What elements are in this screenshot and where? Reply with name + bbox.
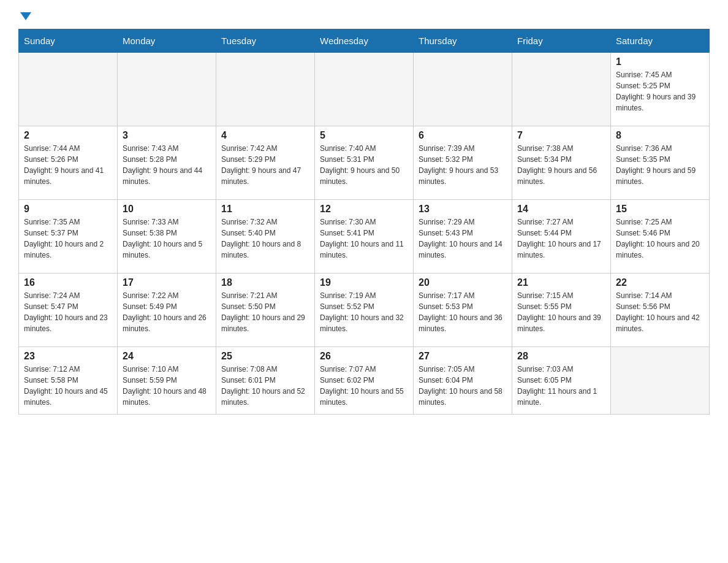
day-info: Sunrise: 7:32 AM Sunset: 5:40 PM Dayligh…	[221, 216, 309, 261]
calendar-week-row: 9Sunrise: 7:35 AM Sunset: 5:37 PM Daylig…	[19, 200, 710, 274]
logo-general-text	[18, 12, 31, 21]
day-info: Sunrise: 7:27 AM Sunset: 5:44 PM Dayligh…	[517, 216, 605, 261]
calendar-cell: 15Sunrise: 7:25 AM Sunset: 5:46 PM Dayli…	[611, 200, 710, 274]
day-info: Sunrise: 7:24 AM Sunset: 5:47 PM Dayligh…	[24, 290, 112, 334]
day-info: Sunrise: 7:21 AM Sunset: 5:50 PM Dayligh…	[221, 290, 309, 334]
day-info: Sunrise: 7:03 AM Sunset: 6:05 PM Dayligh…	[517, 364, 605, 408]
calendar-cell: 10Sunrise: 7:33 AM Sunset: 5:38 PM Dayli…	[118, 200, 216, 274]
calendar-cell: 28Sunrise: 7:03 AM Sunset: 6:05 PM Dayli…	[512, 347, 611, 415]
logo-arrow-icon	[20, 12, 31, 20]
calendar-cell: 3Sunrise: 7:43 AM Sunset: 5:28 PM Daylig…	[118, 126, 216, 200]
day-number: 12	[320, 204, 408, 215]
day-number: 15	[616, 204, 704, 215]
day-number: 14	[517, 204, 605, 215]
day-number: 20	[419, 277, 507, 288]
calendar-cell: 11Sunrise: 7:32 AM Sunset: 5:40 PM Dayli…	[216, 200, 315, 274]
calendar-table: SundayMondayTuesdayWednesdayThursdayFrid…	[18, 29, 710, 415]
weekday-header-row: SundayMondayTuesdayWednesdayThursdayFrid…	[19, 29, 710, 53]
calendar-cell	[611, 347, 710, 415]
calendar-cell: 13Sunrise: 7:29 AM Sunset: 5:43 PM Dayli…	[414, 200, 512, 274]
calendar-cell: 20Sunrise: 7:17 AM Sunset: 5:53 PM Dayli…	[414, 274, 512, 347]
weekday-header-sunday: Sunday	[19, 29, 118, 53]
day-number: 1	[616, 56, 704, 67]
weekday-header-friday: Friday	[512, 29, 611, 53]
day-number: 19	[320, 277, 408, 288]
day-info: Sunrise: 7:22 AM Sunset: 5:49 PM Dayligh…	[123, 290, 211, 334]
day-info: Sunrise: 7:33 AM Sunset: 5:38 PM Dayligh…	[123, 216, 211, 261]
day-number: 21	[517, 277, 605, 288]
calendar-cell: 14Sunrise: 7:27 AM Sunset: 5:44 PM Dayli…	[512, 200, 611, 274]
day-info: Sunrise: 7:43 AM Sunset: 5:28 PM Dayligh…	[123, 143, 211, 187]
day-info: Sunrise: 7:39 AM Sunset: 5:32 PM Dayligh…	[419, 143, 507, 187]
day-number: 17	[123, 277, 211, 288]
day-info: Sunrise: 7:25 AM Sunset: 5:46 PM Dayligh…	[616, 216, 704, 261]
day-number: 7	[517, 130, 605, 141]
weekday-header-wednesday: Wednesday	[315, 29, 414, 53]
day-number: 26	[320, 351, 408, 362]
calendar-cell: 18Sunrise: 7:21 AM Sunset: 5:50 PM Dayli…	[216, 274, 315, 347]
calendar-cell	[512, 53, 611, 126]
calendar-cell: 12Sunrise: 7:30 AM Sunset: 5:41 PM Dayli…	[315, 200, 414, 274]
day-number: 23	[24, 351, 112, 362]
calendar-cell	[216, 53, 315, 126]
calendar-cell: 9Sunrise: 7:35 AM Sunset: 5:37 PM Daylig…	[19, 200, 118, 274]
weekday-header-tuesday: Tuesday	[216, 29, 315, 53]
day-number: 11	[221, 204, 309, 215]
page-header	[18, 12, 710, 21]
day-info: Sunrise: 7:17 AM Sunset: 5:53 PM Dayligh…	[419, 290, 507, 334]
day-info: Sunrise: 7:05 AM Sunset: 6:04 PM Dayligh…	[419, 364, 507, 408]
calendar-week-row: 16Sunrise: 7:24 AM Sunset: 5:47 PM Dayli…	[19, 274, 710, 347]
calendar-week-row: 23Sunrise: 7:12 AM Sunset: 5:58 PM Dayli…	[19, 347, 710, 415]
day-info: Sunrise: 7:07 AM Sunset: 6:02 PM Dayligh…	[320, 364, 408, 408]
day-number: 16	[24, 277, 112, 288]
day-number: 24	[123, 351, 211, 362]
calendar-cell: 16Sunrise: 7:24 AM Sunset: 5:47 PM Dayli…	[19, 274, 118, 347]
day-info: Sunrise: 7:15 AM Sunset: 5:55 PM Dayligh…	[517, 290, 605, 334]
calendar-cell: 27Sunrise: 7:05 AM Sunset: 6:04 PM Dayli…	[414, 347, 512, 415]
day-info: Sunrise: 7:38 AM Sunset: 5:34 PM Dayligh…	[517, 143, 605, 187]
weekday-header-monday: Monday	[118, 29, 216, 53]
day-number: 22	[616, 277, 704, 288]
calendar-cell: 5Sunrise: 7:40 AM Sunset: 5:31 PM Daylig…	[315, 126, 414, 200]
calendar-cell	[19, 53, 118, 126]
calendar-cell: 22Sunrise: 7:14 AM Sunset: 5:56 PM Dayli…	[611, 274, 710, 347]
calendar-cell: 21Sunrise: 7:15 AM Sunset: 5:55 PM Dayli…	[512, 274, 611, 347]
calendar-cell: 8Sunrise: 7:36 AM Sunset: 5:35 PM Daylig…	[611, 126, 710, 200]
calendar-cell: 6Sunrise: 7:39 AM Sunset: 5:32 PM Daylig…	[414, 126, 512, 200]
day-info: Sunrise: 7:45 AM Sunset: 5:25 PM Dayligh…	[616, 69, 704, 113]
calendar-cell: 23Sunrise: 7:12 AM Sunset: 5:58 PM Dayli…	[19, 347, 118, 415]
calendar-cell: 7Sunrise: 7:38 AM Sunset: 5:34 PM Daylig…	[512, 126, 611, 200]
day-info: Sunrise: 7:12 AM Sunset: 5:58 PM Dayligh…	[24, 364, 112, 408]
day-number: 10	[123, 204, 211, 215]
day-info: Sunrise: 7:10 AM Sunset: 5:59 PM Dayligh…	[123, 364, 211, 408]
day-info: Sunrise: 7:42 AM Sunset: 5:29 PM Dayligh…	[221, 143, 309, 187]
calendar-cell: 17Sunrise: 7:22 AM Sunset: 5:49 PM Dayli…	[118, 274, 216, 347]
calendar-cell: 26Sunrise: 7:07 AM Sunset: 6:02 PM Dayli…	[315, 347, 414, 415]
day-info: Sunrise: 7:14 AM Sunset: 5:56 PM Dayligh…	[616, 290, 704, 334]
day-number: 4	[221, 130, 309, 141]
day-number: 5	[320, 130, 408, 141]
day-info: Sunrise: 7:29 AM Sunset: 5:43 PM Dayligh…	[419, 216, 507, 261]
calendar-cell	[118, 53, 216, 126]
day-number: 2	[24, 130, 112, 141]
day-info: Sunrise: 7:40 AM Sunset: 5:31 PM Dayligh…	[320, 143, 408, 187]
calendar-cell: 2Sunrise: 7:44 AM Sunset: 5:26 PM Daylig…	[19, 126, 118, 200]
day-info: Sunrise: 7:08 AM Sunset: 6:01 PM Dayligh…	[221, 364, 309, 408]
day-number: 13	[419, 204, 507, 215]
day-info: Sunrise: 7:35 AM Sunset: 5:37 PM Dayligh…	[24, 216, 112, 261]
weekday-header-thursday: Thursday	[414, 29, 512, 53]
calendar-cell: 25Sunrise: 7:08 AM Sunset: 6:01 PM Dayli…	[216, 347, 315, 415]
day-info: Sunrise: 7:30 AM Sunset: 5:41 PM Dayligh…	[320, 216, 408, 261]
day-number: 9	[24, 204, 112, 215]
logo	[18, 12, 31, 21]
weekday-header-saturday: Saturday	[611, 29, 710, 53]
day-info: Sunrise: 7:44 AM Sunset: 5:26 PM Dayligh…	[24, 143, 112, 187]
day-number: 3	[123, 130, 211, 141]
day-info: Sunrise: 7:36 AM Sunset: 5:35 PM Dayligh…	[616, 143, 704, 187]
day-number: 28	[517, 351, 605, 362]
calendar-cell: 1Sunrise: 7:45 AM Sunset: 5:25 PM Daylig…	[611, 53, 710, 126]
calendar-week-row: 1Sunrise: 7:45 AM Sunset: 5:25 PM Daylig…	[19, 53, 710, 126]
day-number: 6	[419, 130, 507, 141]
calendar-cell: 24Sunrise: 7:10 AM Sunset: 5:59 PM Dayli…	[118, 347, 216, 415]
day-number: 25	[221, 351, 309, 362]
